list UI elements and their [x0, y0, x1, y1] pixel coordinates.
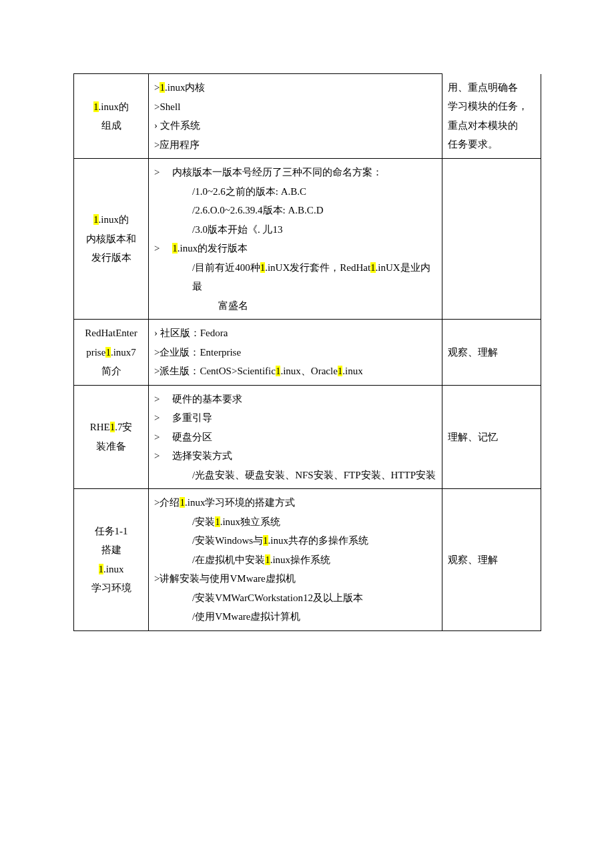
topic-notes: 理解、记忆 — [442, 385, 541, 489]
table-row: 1.inux的内核版本和发行版本> 内核版本一版本号经历了三种不同的命名方案：/… — [74, 159, 541, 320]
topic-label: 1.inux的内核版本和发行版本 — [74, 159, 149, 320]
topic-content: >介绍1.inux学习环境的搭建方式/安装1.inux独立系统/安装Window… — [149, 489, 442, 631]
topic-label: RedHatEnterprise1.inux7简介 — [74, 320, 149, 386]
topic-label: 1.inux的组成 — [74, 74, 149, 159]
topic-content: > 硬件的基本要求> 多重引导> 硬盘分区> 选择安装方式/光盘安装、硬盘安装、… — [149, 385, 442, 489]
topic-notes: 用、重点明确各学习模块的任务，重点对本模块的任务要求。 — [442, 74, 541, 159]
topic-notes: 观察、理解 — [442, 489, 541, 631]
topic-label: 任务1-1搭建1.inux学习环境 — [74, 489, 149, 631]
topic-notes: 观察、理解 — [442, 320, 541, 386]
topic-content: > 内核版本一版本号经历了三种不同的命名方案：/1.0~2.6之前的版本: A.… — [149, 159, 442, 320]
topic-content: >1.inux内核>Shell› 文件系统>应用程序 — [149, 74, 442, 159]
syllabus-table: 1.inux的组成>1.inux内核>Shell› 文件系统>应用程序用、重点明… — [73, 73, 541, 631]
topic-notes — [442, 159, 541, 320]
table-row: 1.inux的组成>1.inux内核>Shell› 文件系统>应用程序用、重点明… — [74, 74, 541, 159]
topic-content: › 社区版：Fedora>企业版：Enterprise>派生版：CentOS>S… — [149, 320, 442, 386]
table-row: 任务1-1搭建1.inux学习环境>介绍1.inux学习环境的搭建方式/安装1.… — [74, 489, 541, 631]
table-row: RedHatEnterprise1.inux7简介› 社区版：Fedora>企业… — [74, 320, 541, 386]
topic-label: RHE1.7安装准备 — [74, 385, 149, 489]
table-row: RHE1.7安装准备> 硬件的基本要求> 多重引导> 硬盘分区> 选择安装方式/… — [74, 385, 541, 489]
